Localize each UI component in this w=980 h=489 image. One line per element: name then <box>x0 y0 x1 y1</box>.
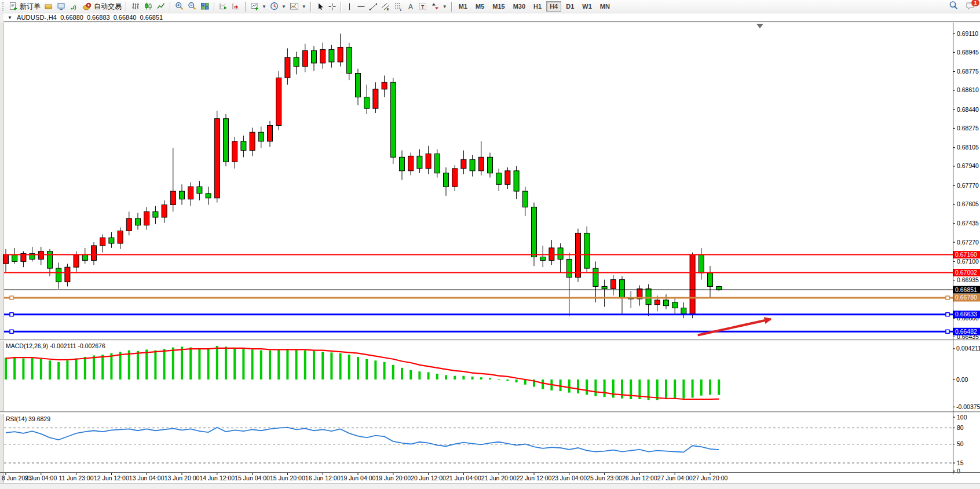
cursor-tool-button[interactable] <box>314 1 326 13</box>
line-handle[interactable] <box>946 330 949 333</box>
timeframe-button-W1[interactable]: W1 <box>579 1 595 12</box>
collapse-arrow-icon[interactable]: ▼ <box>8 15 12 20</box>
toolbar-separator <box>170 2 171 12</box>
svg-text:A: A <box>408 3 413 11</box>
monitor-icon <box>57 2 66 11</box>
timeframe-button-M5[interactable]: M5 <box>472 1 488 12</box>
svg-text:0.68275: 0.68275 <box>957 125 979 132</box>
svg-text:0.68775: 0.68775 <box>957 68 979 75</box>
chart-shift-icon <box>232 2 241 11</box>
time-axis[interactable]: 8 Jun 20239 Jun 04:0011 Jun 23:0012 Jun … <box>2 473 728 481</box>
timeframe-button-H4[interactable]: H4 <box>546 1 561 12</box>
svg-text:11 Jun 23:00: 11 Jun 23:00 <box>59 475 94 481</box>
crosshair-tool-button[interactable] <box>326 1 338 13</box>
notifications-button[interactable]: 1 <box>966 1 975 13</box>
trendline-tool[interactable] <box>367 1 379 13</box>
svg-text:27 Jun 20:00: 27 Jun 20:00 <box>693 475 728 481</box>
chart-shift-button[interactable] <box>230 1 243 13</box>
line-handle[interactable] <box>946 313 949 316</box>
line-handle[interactable] <box>10 313 13 316</box>
horizontal-line-tool[interactable] <box>355 1 367 13</box>
svg-text:26 Jun 12:00: 26 Jun 12:00 <box>622 475 657 481</box>
quote-high: 0.66883 <box>87 14 110 21</box>
zoom-out-button[interactable] <box>186 1 199 13</box>
svg-text:23 Jun 04:00: 23 Jun 04:00 <box>551 475 587 481</box>
fibonacci-icon: F <box>394 2 403 11</box>
svg-text:80: 80 <box>957 424 964 431</box>
chart-symbol-title: AUDUSD-,H4 <box>17 14 57 21</box>
timeframe-button-M30[interactable]: M30 <box>510 1 529 12</box>
channel-tool[interactable]: E <box>379 1 392 13</box>
autotrade-icon <box>82 2 92 11</box>
tile-windows-button[interactable] <box>199 1 211 13</box>
search-icon[interactable] <box>949 1 959 13</box>
toolbar-separator <box>451 2 452 12</box>
fibonacci-tool[interactable]: F <box>392 1 405 13</box>
chevron-down-icon: ▼ <box>443 4 447 9</box>
market-watch-button[interactable] <box>42 1 55 13</box>
new-order-button[interactable]: 新订单 <box>7 1 42 13</box>
svg-text:0.66482: 0.66482 <box>955 328 977 335</box>
svg-text:0.67770: 0.67770 <box>957 182 979 189</box>
new-chart-dropdown[interactable]: ▼ <box>248 1 268 13</box>
main-toolbar: 新订单 自动交易 ▼ ▼ ▼ E F A T ▼ M1M5M15M30H1H4D… <box>0 0 980 13</box>
arrows-tool-dropdown[interactable]: ▼ <box>429 1 449 13</box>
signal-icon <box>70 2 79 11</box>
svg-text:19 Jun 04:00: 19 Jun 04:00 <box>341 475 376 481</box>
line-handle[interactable] <box>10 296 13 300</box>
indicators-dropdown[interactable]: ▼ <box>288 1 308 13</box>
toolbar-grip[interactable] <box>2 2 5 11</box>
timeframe-button-M1[interactable]: M1 <box>455 1 471 12</box>
zoom-in-icon <box>175 2 184 11</box>
zoom-in-button[interactable] <box>173 1 186 13</box>
timeframe-group: M1M5M15M30H1H4D1W1MN <box>455 1 614 12</box>
trendline-icon <box>369 2 378 11</box>
candle-chart-mode-button[interactable] <box>142 1 155 13</box>
tile-windows-icon <box>200 2 210 11</box>
timeframe-button-H1[interactable]: H1 <box>530 1 545 12</box>
chart-canvas[interactable]: 0.691100.689450.687750.686100.684400.682… <box>0 23 980 483</box>
line-chart-mode-button[interactable] <box>155 1 167 13</box>
candlestick-icon <box>144 2 153 11</box>
chart-header: ▼ AUDUSD-,H4 0.66880 0.66883 0.66840 0.6… <box>3 13 980 22</box>
svg-text:12 Jun 12:00: 12 Jun 12:00 <box>94 475 129 481</box>
bar-chart-mode-button[interactable] <box>129 1 142 13</box>
clock-icon <box>270 2 279 11</box>
auto-scroll-icon <box>219 2 228 11</box>
autotrade-button[interactable]: 自动交易 <box>81 1 123 13</box>
text-label-icon: T <box>418 2 427 11</box>
crosshair-icon <box>328 2 337 11</box>
terminal-button[interactable] <box>55 1 68 13</box>
signals-button[interactable] <box>68 1 81 13</box>
period-dropdown[interactable]: ▼ <box>268 1 288 13</box>
vertical-line-tool[interactable] <box>344 1 355 13</box>
vertical-line-icon <box>346 2 353 11</box>
label-tool[interactable]: T <box>416 1 429 13</box>
timeframe-button-D1[interactable]: D1 <box>562 1 577 12</box>
svg-text:15: 15 <box>957 459 964 466</box>
svg-text:15 Jun 20:00: 15 Jun 20:00 <box>270 475 305 481</box>
text-tool[interactable]: A <box>405 1 416 13</box>
timeframe-button-MN[interactable]: MN <box>597 1 613 12</box>
svg-text:0.68610: 0.68610 <box>957 86 979 93</box>
svg-text:100: 100 <box>957 414 967 421</box>
line-handle[interactable] <box>10 330 13 333</box>
new-order-icon <box>9 2 18 11</box>
svg-text:0.66935: 0.66935 <box>957 276 979 283</box>
zoom-out-icon <box>188 2 197 11</box>
new-chart-icon <box>250 2 259 11</box>
svg-text:25 Jun 23:00: 25 Jun 23:00 <box>587 475 622 481</box>
rsi-label: RSI(14) 39.6829 <box>6 415 50 422</box>
horizontal-line-icon <box>357 2 365 11</box>
svg-text:50: 50 <box>957 440 964 447</box>
auto-scroll-button[interactable] <box>217 1 230 13</box>
svg-text:F: F <box>400 8 402 12</box>
toolbar-separator <box>245 2 246 12</box>
gold-cube-icon <box>44 2 53 11</box>
toolbar-separator <box>310 2 312 12</box>
timeframe-button-M15[interactable]: M15 <box>489 1 508 12</box>
toolbar-separator <box>214 2 215 12</box>
svg-text:21 Jun 20:00: 21 Jun 20:00 <box>481 475 517 481</box>
line-handle[interactable] <box>946 296 949 300</box>
channel-icon: E <box>381 2 390 11</box>
